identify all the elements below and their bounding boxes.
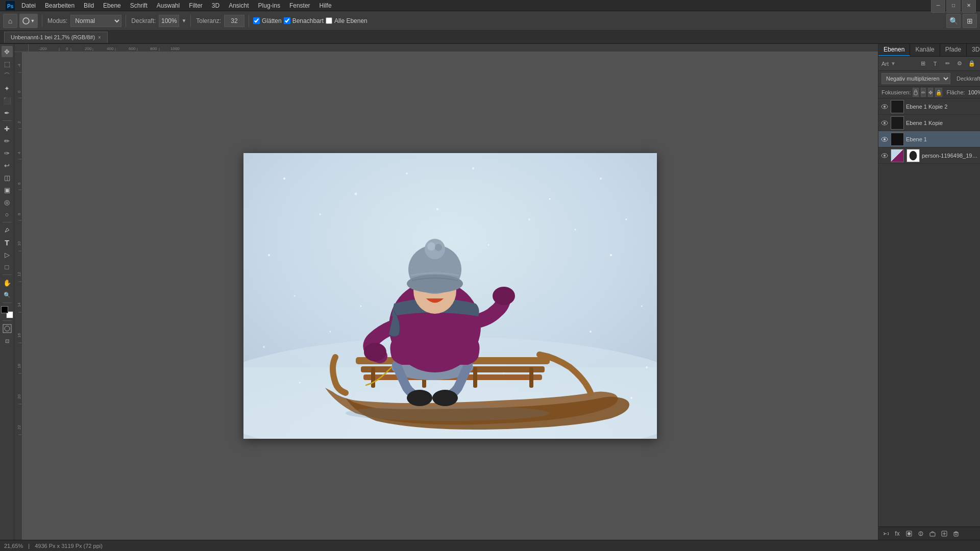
opacity-input[interactable] — [159, 15, 179, 27]
dodge-tool[interactable]: ○ — [2, 209, 13, 220]
lock-all-btn[interactable]: 🔒 — [935, 88, 942, 97]
svg-point-70 — [299, 382, 301, 384]
lock-transparent-btn[interactable] — [913, 88, 919, 97]
document-tab[interactable]: Unbenannt-1 bei 21,7% (RGB/8#) × — [4, 32, 108, 43]
tab-close-button[interactable]: × — [98, 35, 101, 40]
layer-delete-button[interactable] — [951, 529, 961, 539]
tab-pfade[interactable]: Pfade — [940, 44, 967, 56]
healing-tool[interactable]: ✚ — [2, 123, 13, 134]
layer-icon-3[interactable]: ✏ — [942, 59, 952, 69]
menu-filter[interactable]: Filter — [185, 1, 207, 10]
path-selection-tool[interactable]: ▷ — [2, 249, 13, 260]
svg-text:400: 400 — [107, 46, 114, 51]
tolerance-input[interactable] — [224, 15, 244, 27]
layer-group-button[interactable] — [927, 529, 938, 539]
tab-kanaele[interactable]: Kanäle — [910, 44, 940, 56]
svg-point-53 — [472, 167, 474, 169]
screen-mode-button[interactable]: ⊡ — [2, 335, 13, 346]
move-tool[interactable]: ✥ — [2, 46, 13, 57]
home-button[interactable]: ⌂ — [3, 14, 17, 28]
ruler-left-svg: -4 0 2 4 6 8 10 12 14 — [14, 52, 22, 540]
brush-tool[interactable]: ✏ — [2, 135, 13, 146]
magic-wand-tool[interactable]: ✦ — [2, 83, 13, 94]
ruler-top: -200 0 200 400 600 800 1000 — [29, 44, 878, 52]
svg-text:16: 16 — [17, 333, 21, 338]
layer-visibility-person[interactable] — [880, 152, 889, 160]
ruler-top-svg: -200 0 200 400 600 800 1000 — [29, 44, 878, 52]
history-brush-tool[interactable]: ↩ — [2, 160, 13, 171]
layer-item-person[interactable]: person-1196498_1920 — [878, 147, 980, 164]
mode-select[interactable]: Normal — [70, 15, 121, 27]
quick-mask-button[interactable] — [2, 323, 13, 334]
menu-plugins[interactable]: Plug-ins — [254, 1, 284, 10]
layer-item-ebene1[interactable]: Ebene 1 — [878, 131, 980, 147]
text-tool[interactable]: T — [2, 237, 13, 248]
zoom-tool[interactable]: 🔍 — [2, 289, 13, 300]
arrange-button[interactable]: ⊞ — [963, 14, 977, 28]
marquee-tool[interactable]: ⬚ — [2, 58, 13, 69]
maximize-button[interactable]: □ — [946, 0, 961, 13]
svg-point-90 — [407, 274, 463, 293]
layer-visibility-ebene1kopie[interactable] — [880, 119, 889, 127]
menu-3d[interactable]: 3D — [208, 1, 224, 10]
menu-ebene[interactable]: Ebene — [99, 1, 125, 10]
crop-tool[interactable]: ⬛ — [2, 95, 13, 106]
blend-mode-select[interactable]: Negativ multiplizieren — [881, 73, 950, 84]
layer-bottom-bar: fx — [878, 527, 980, 540]
layer-icon-1[interactable]: ⊞ — [918, 59, 928, 69]
alle-ebenen-checkbox[interactable] — [326, 17, 332, 24]
eraser-tool[interactable]: ◫ — [2, 172, 13, 183]
layer-item-ebene1kopie[interactable]: Ebene 1 Kopie — [878, 115, 980, 131]
benachbart-checkbox[interactable] — [284, 17, 290, 24]
fill-value[interactable]: 100% — [968, 89, 980, 95]
menu-auswahl[interactable]: Auswahl — [153, 1, 184, 10]
lock-image-btn[interactable]: ✏ — [921, 88, 926, 97]
minimize-button[interactable]: ─ — [931, 0, 945, 13]
menu-schrift[interactable]: Schrift — [126, 1, 152, 10]
clone-tool[interactable]: ✑ — [2, 147, 13, 159]
app-icon[interactable]: Ps — [4, 1, 16, 11]
svg-text:Ps: Ps — [7, 4, 14, 9]
menu-hilfe[interactable]: Hilfe — [315, 1, 336, 10]
menu-bearbeiten[interactable]: Bearbeiten — [41, 1, 79, 10]
hand-tool[interactable]: ✋ — [2, 277, 13, 288]
layer-adjustment-button[interactable] — [916, 529, 926, 539]
svg-point-100 — [884, 138, 886, 140]
foreground-color-swatch[interactable] — [1, 306, 8, 313]
tab-ebenen[interactable]: Ebenen — [878, 44, 910, 56]
gradient-tool[interactable]: ▣ — [2, 184, 13, 195]
tab-3d[interactable]: 3D — [967, 44, 980, 56]
layer-link-button[interactable] — [880, 529, 891, 539]
status-separator: | — [28, 543, 30, 549]
layer-new-button[interactable] — [939, 529, 949, 539]
layer-icon-4[interactable]: ⚙ — [954, 59, 965, 69]
layer-thumb-ebene1 — [891, 133, 904, 146]
menu-bild[interactable]: Bild — [80, 1, 98, 10]
tool-options-btn[interactable]: ▼ — [19, 14, 38, 28]
layer-item-ebene1kopie2[interactable]: Ebene 1 Kopie 2 — [878, 98, 980, 115]
menu-ansicht[interactable]: Ansicht — [225, 1, 253, 10]
layer-icon-2[interactable]: T — [930, 59, 940, 69]
menu-fenster[interactable]: Fenster — [285, 1, 314, 10]
eyedropper-tool[interactable]: ✒ — [2, 107, 13, 118]
color-swatch-area[interactable] — [1, 306, 13, 318]
layer-visibility-ebene1kopie2[interactable] — [880, 103, 889, 111]
search-button[interactable]: 🔍 — [946, 14, 961, 28]
close-button[interactable]: ✕ — [962, 0, 976, 13]
svg-point-91 — [425, 239, 445, 259]
left-toolbar: ✥ ⬚ ⌒ ✦ ⬛ ✒ ✚ ✏ ✑ ↩ ◫ ▣ ◎ ○ T ▷ □ ✋ 🔍 — [0, 44, 14, 540]
layer-mask-button[interactable] — [904, 529, 914, 539]
shape-tool[interactable]: □ — [2, 261, 13, 272]
canvas-area[interactable] — [22, 52, 878, 540]
layer-icon-5[interactable]: 🔒 — [967, 59, 977, 69]
layer-visibility-ebene1[interactable] — [880, 135, 889, 143]
blur-tool[interactable]: ◎ — [2, 196, 13, 208]
lock-position-btn[interactable]: ✥ — [928, 88, 933, 97]
layer-fx-button[interactable]: fx — [892, 529, 902, 539]
glatten-checkbox[interactable] — [253, 17, 260, 24]
pen-tool[interactable] — [2, 224, 13, 236]
lasso-tool[interactable]: ⌒ — [2, 70, 13, 82]
svg-text:-200: -200 — [39, 46, 47, 51]
menu-datei[interactable]: Datei — [17, 1, 40, 10]
tool-sep-3 — [3, 274, 12, 275]
